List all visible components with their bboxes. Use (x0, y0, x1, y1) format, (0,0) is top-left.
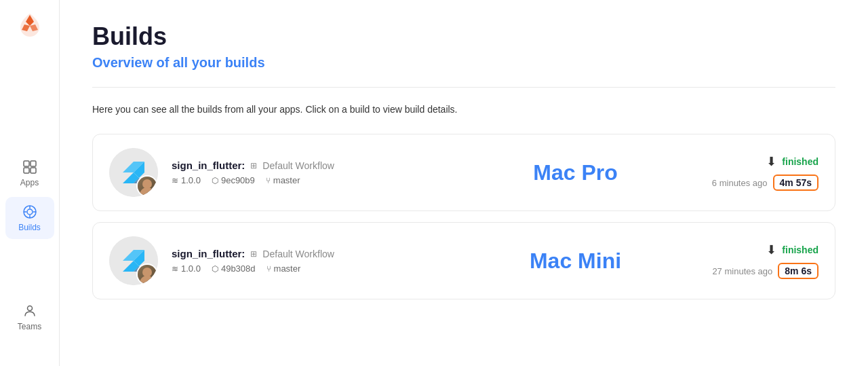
svg-rect-2 (24, 168, 29, 173)
build-app-icon-1 (109, 148, 158, 197)
duration-badge-1: 4m 57s (773, 175, 818, 191)
status-badge-2: finished (782, 244, 818, 255)
sidebar-nav: Apps Builds (0, 152, 59, 338)
duration-badge-2: 8m 6s (778, 263, 818, 279)
branch-icon-2: ⑂ (267, 264, 271, 274)
page-subtitle: Overview of all your builds (92, 55, 835, 71)
build-status-section-2: ⬇ finished 27 minutes ago 8m 6s (710, 242, 818, 279)
commit-icon-2: ⬡ (212, 264, 218, 274)
sidebar-item-teams[interactable]: Teams (5, 296, 54, 338)
svg-rect-1 (31, 161, 36, 166)
sidebar-item-apps-label: Apps (20, 178, 39, 187)
sidebar: Apps Builds (0, 0, 60, 366)
teams-icon (22, 303, 38, 319)
svg-rect-0 (24, 161, 29, 166)
workflow-icon-1: ⊞ (250, 161, 257, 170)
workflow-icon-2: ⊞ (250, 249, 257, 259)
sidebar-item-teams-label: Teams (18, 322, 41, 331)
status-badge-1: finished (782, 156, 818, 167)
sidebar-item-builds[interactable]: Builds (5, 197, 54, 239)
section-divider (92, 87, 835, 88)
build-app-icon-2 (109, 236, 158, 285)
build-workflow-1: Default Workflow (262, 160, 334, 171)
build-info-1: sign_in_flutter: ⊞ Default Workflow ≋ 1.… (172, 160, 441, 185)
build-avatar-1 (136, 175, 158, 197)
download-icon-2[interactable]: ⬇ (766, 242, 776, 257)
apps-icon (22, 159, 38, 175)
build-info-2: sign_in_flutter: ⊞ Default Workflow ≋ 1.… (172, 248, 441, 274)
build-commit-1: ⬡ 9ec90b9 (212, 175, 255, 185)
build-workflow-2: Default Workflow (262, 249, 334, 259)
svg-point-5 (27, 209, 33, 215)
version-icon-2: ≋ (172, 264, 178, 274)
build-version-1: ≋ 1.0.0 (172, 175, 201, 185)
page-title: Builds (92, 22, 835, 51)
svg-point-10 (27, 306, 32, 311)
build-app-name-2: sign_in_flutter: (172, 248, 245, 259)
build-status-section-1: ⬇ finished 6 minutes ago 4m 57s (710, 154, 818, 191)
page-description: Here you can see all the builds from all… (92, 104, 835, 115)
version-icon-1: ≋ (172, 176, 178, 185)
sidebar-item-builds-label: Builds (18, 223, 41, 232)
builds-icon (22, 204, 38, 220)
time-ago-2: 27 minutes ago (712, 266, 772, 276)
build-card-1[interactable]: sign_in_flutter: ⊞ Default Workflow ≋ 1.… (92, 134, 835, 211)
commit-icon-1: ⬡ (212, 176, 218, 185)
build-branch-2: ⑂ master (267, 263, 301, 274)
build-machine-2: Mac Mini (441, 249, 710, 274)
build-branch-1: ⑂ master (266, 175, 300, 185)
build-version-2: ≋ 1.0.0 (172, 263, 201, 274)
sidebar-item-apps[interactable]: Apps (5, 152, 54, 194)
main-content: Builds Overview of all your builds Here … (60, 0, 868, 366)
app-logo[interactable] (15, 11, 45, 41)
build-app-name-1: sign_in_flutter: (172, 160, 245, 171)
build-card-2[interactable]: sign_in_flutter: ⊞ Default Workflow ≋ 1.… (92, 222, 835, 299)
branch-icon-1: ⑂ (266, 176, 271, 185)
build-machine-1: Mac Pro (441, 160, 710, 185)
build-commit-2: ⬡ 49b308d (212, 263, 256, 274)
build-avatar-2 (136, 263, 158, 285)
time-ago-1: 6 minutes ago (712, 178, 768, 188)
download-icon-1[interactable]: ⬇ (766, 154, 776, 169)
svg-rect-3 (31, 168, 36, 173)
